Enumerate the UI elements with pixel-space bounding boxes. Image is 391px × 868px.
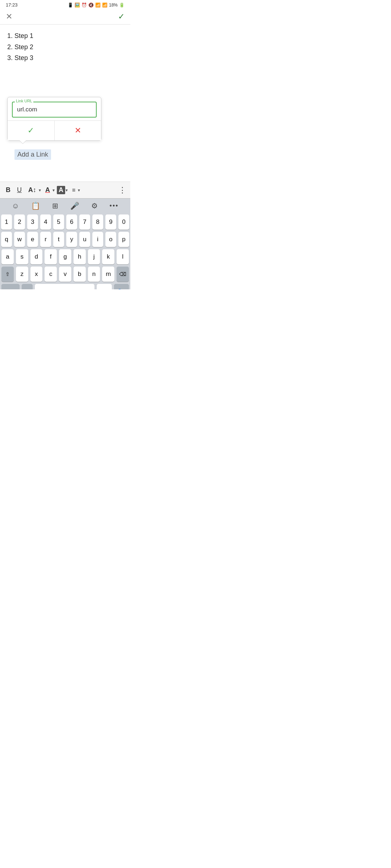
status-device-icon: 📱 — [68, 3, 73, 8]
key-i[interactable]: i — [92, 232, 103, 247]
status-mute-icon: 🔇 — [88, 3, 94, 8]
slash-key[interactable]: / — [22, 284, 33, 289]
font-size-group: A↕ ▾ — [26, 185, 41, 195]
key-q[interactable]: q — [1, 232, 12, 247]
status-time: 17:23 — [6, 2, 18, 8]
key-r[interactable]: r — [40, 232, 51, 247]
backspace-key[interactable]: ⌫ — [117, 267, 129, 282]
link-field-container: Link URL — [12, 102, 97, 118]
number-row: 1 2 3 4 5 6 7 8 9 0 — [0, 214, 130, 230]
key-s[interactable]: s — [16, 249, 28, 264]
highlight-button[interactable]: A — [57, 186, 65, 194]
key-x[interactable]: x — [30, 267, 43, 282]
qwerty-row: q w e r t y u i o p — [0, 232, 130, 247]
close-button[interactable]: ✕ — [6, 12, 12, 21]
editor-content: 1. Step 1 2. Step 2 3. Step 3 — [7, 30, 123, 64]
font-size-button[interactable]: A↕ — [26, 185, 38, 195]
step-1: 1. Step 1 — [7, 30, 123, 42]
key-f[interactable]: f — [45, 249, 57, 264]
font-color-button[interactable]: A — [43, 185, 52, 195]
grid-button[interactable]: ⊞ — [52, 201, 58, 210]
emoji-button[interactable]: ☺ — [12, 202, 19, 210]
status-alarm-icon: ⏰ — [81, 3, 87, 8]
link-confirm-button[interactable]: ✓ — [8, 121, 54, 140]
font-color-arrow: ▾ — [52, 188, 55, 193]
font-size-arrow: ▾ — [39, 188, 41, 193]
key-c[interactable]: c — [45, 267, 57, 282]
go-key[interactable]: Go — [114, 284, 129, 289]
step-2: 2. Step 2 — [7, 42, 123, 53]
key-4[interactable]: 4 — [40, 214, 51, 230]
key-w[interactable]: w — [14, 232, 25, 247]
mic-button[interactable]: 🎤 — [70, 201, 79, 210]
status-media-icon: 🖼️ — [75, 3, 80, 8]
key-6[interactable]: 6 — [66, 214, 77, 230]
font-color-group: A ▾ — [43, 185, 55, 195]
link-popup-actions: ✓ ✕ — [8, 120, 101, 140]
key-2[interactable]: 2 — [14, 214, 25, 230]
key-k[interactable]: k — [102, 249, 114, 264]
key-l[interactable]: l — [117, 249, 129, 264]
key-5[interactable]: 5 — [53, 214, 64, 230]
editor-area[interactable]: 1. Step 1 2. Step 2 3. Step 3 — [0, 25, 130, 97]
key-o[interactable]: o — [105, 232, 116, 247]
status-icons: 📱 🖼️ ⏰ 🔇 📶 📶 18% 🔋 — [68, 3, 125, 8]
zxcv-row: ⇧ z x c v b n m ⌫ — [0, 267, 130, 282]
add-link-area: Add a Link — [0, 144, 130, 160]
format-toolbar: B U A↕ ▾ A ▾ A ▾ ≡ ▾ ⋮ — [0, 182, 130, 198]
add-link-text: Add a Link — [14, 149, 51, 160]
symbols-key[interactable]: !#1 — [1, 284, 20, 289]
key-p[interactable]: p — [118, 232, 129, 247]
highlight-group: A ▾ — [57, 186, 68, 194]
step-3: 3. Step 3 — [7, 52, 123, 64]
key-y[interactable]: y — [66, 232, 77, 247]
key-g[interactable]: g — [59, 249, 71, 264]
bold-button[interactable]: B — [4, 185, 13, 195]
key-1[interactable]: 1 — [1, 214, 12, 230]
clipboard-button[interactable]: 📋 — [31, 201, 40, 210]
key-h[interactable]: h — [73, 249, 86, 264]
key-3[interactable]: 3 — [27, 214, 38, 230]
more-keyboard-button[interactable]: ••• — [110, 202, 119, 210]
key-a[interactable]: a — [1, 249, 14, 264]
align-group: ≡ ▾ — [70, 186, 80, 195]
status-bar: 17:23 📱 🖼️ ⏰ 🔇 📶 📶 18% 🔋 — [0, 0, 130, 9]
confirm-button[interactable]: ✓ — [118, 12, 125, 21]
asdf-row: a s d f g h j k l — [0, 249, 130, 264]
settings-button[interactable]: ⚙ — [91, 201, 98, 210]
key-e[interactable]: e — [27, 232, 38, 247]
status-wifi-icon: 📶 — [95, 3, 101, 8]
key-z[interactable]: z — [16, 267, 28, 282]
key-j[interactable]: j — [88, 249, 100, 264]
shift-key[interactable]: ⇧ — [1, 267, 14, 282]
status-battery: 18% — [109, 3, 118, 8]
space-key[interactable]: EN(UK) — [35, 284, 95, 289]
key-v[interactable]: v — [59, 267, 71, 282]
keyboard-toolbar: ☺ 📋 ⊞ 🎤 ⚙ ••• — [0, 198, 130, 213]
status-battery-icon: 🔋 — [119, 3, 125, 8]
key-9[interactable]: 9 — [105, 214, 116, 230]
key-b[interactable]: b — [73, 267, 86, 282]
more-options-button[interactable]: ⋮ — [118, 186, 127, 195]
key-d[interactable]: d — [30, 249, 43, 264]
key-t[interactable]: t — [53, 232, 64, 247]
link-popup: Link URL ✓ ✕ — [7, 97, 101, 141]
key-8[interactable]: 8 — [92, 214, 103, 230]
align-arrow: ▾ — [78, 188, 80, 193]
key-m[interactable]: m — [102, 267, 114, 282]
key-n[interactable]: n — [88, 267, 100, 282]
align-button[interactable]: ≡ — [70, 186, 77, 195]
key-7[interactable]: 7 — [79, 214, 90, 230]
key-0[interactable]: 0 — [118, 214, 129, 230]
period-key[interactable]: . — [97, 284, 112, 289]
top-action-bar: ✕ ✓ — [0, 9, 130, 24]
link-url-input[interactable] — [12, 102, 97, 118]
link-cancel-button[interactable]: ✕ — [54, 121, 101, 140]
link-popup-wrapper: Link URL ✓ ✕ — [0, 97, 130, 141]
highlight-arrow: ▾ — [66, 188, 68, 193]
key-u[interactable]: u — [79, 232, 90, 247]
underline-button[interactable]: U — [15, 185, 24, 195]
link-field-label: Link URL — [15, 99, 33, 103]
keyboard: 1 2 3 4 5 6 7 8 9 0 q w e r t y u i o p … — [0, 213, 130, 289]
status-signal-icon: 📶 — [102, 3, 108, 8]
